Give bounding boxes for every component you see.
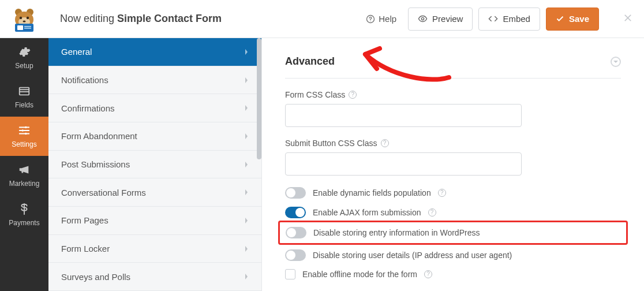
close-builder-button[interactable] bbox=[622, 12, 634, 25]
settings-item-post-submissions[interactable]: Post Submissions bbox=[48, 151, 261, 179]
rail-marketing[interactable]: Marketing bbox=[0, 156, 48, 195]
svg-point-5 bbox=[27, 16, 29, 18]
bullhorn-icon bbox=[18, 163, 31, 176]
settings-item-general[interactable]: General bbox=[48, 38, 261, 66]
toggle-dynamic-fields[interactable] bbox=[285, 187, 306, 199]
svg-rect-9 bbox=[24, 26, 31, 27]
svg-point-17 bbox=[25, 126, 27, 129]
chevron-right-icon bbox=[244, 189, 249, 196]
toggle-disable-entry-row: Disable storing entry information in Wor… bbox=[286, 227, 620, 238]
fields-icon bbox=[18, 85, 31, 98]
settings-menu: General Notifications Confirmations Form… bbox=[48, 38, 262, 291]
dollar-icon bbox=[18, 203, 31, 215]
svg-point-6 bbox=[23, 20, 26, 22]
form-css-input[interactable] bbox=[285, 104, 522, 127]
offline-mode-checkbox[interactable] bbox=[285, 269, 295, 279]
chevron-right-icon bbox=[244, 245, 249, 252]
help-tooltip-icon[interactable]: ? bbox=[438, 189, 446, 197]
chevron-right-icon bbox=[244, 273, 249, 280]
settings-scrollbar[interactable] bbox=[257, 38, 261, 159]
help-circle-icon bbox=[366, 14, 375, 24]
toggle-disable-user-row: Disable storing user details (IP address… bbox=[285, 249, 621, 261]
form-name: Simple Contact Form bbox=[117, 13, 222, 24]
editing-prefix: Now editing bbox=[60, 13, 117, 24]
toggle-ajax-row: Enable AJAX form submission ? bbox=[285, 207, 621, 218]
toggle-dynamic-fields-row: Enable dynamic fields population ? bbox=[285, 187, 621, 199]
chevron-right-icon bbox=[244, 105, 249, 111]
advanced-title: Advanced bbox=[285, 55, 335, 68]
toggle-disable-user[interactable] bbox=[285, 249, 306, 261]
chevron-right-icon bbox=[244, 77, 249, 84]
toggle-disable-entry[interactable] bbox=[286, 227, 306, 238]
svg-rect-10 bbox=[24, 28, 31, 29]
rail-setup[interactable]: Setup bbox=[0, 38, 48, 77]
rail-settings[interactable]: Settings bbox=[0, 117, 48, 156]
help-tooltip-icon[interactable]: ? bbox=[428, 208, 436, 217]
settings-panel: Advanced Form CSS Class ? Submit Button … bbox=[262, 38, 644, 291]
chevron-down-icon bbox=[613, 59, 619, 65]
code-icon bbox=[488, 14, 498, 24]
chevron-right-icon bbox=[244, 161, 249, 168]
rail-payments[interactable]: Payments bbox=[0, 195, 48, 234]
check-icon bbox=[556, 14, 564, 23]
app-logo bbox=[0, 6, 48, 32]
svg-point-19 bbox=[25, 133, 27, 135]
offline-mode-row: Enable offline mode for the form ? bbox=[285, 269, 621, 279]
submit-css-label: Submit Button CSS Class ? bbox=[285, 139, 621, 148]
svg-point-12 bbox=[370, 20, 371, 21]
settings-item-conversational[interactable]: Conversational Forms bbox=[48, 178, 261, 207]
help-tooltip-icon[interactable]: ? bbox=[424, 270, 432, 278]
svg-point-13 bbox=[421, 17, 424, 20]
sliders-icon bbox=[18, 124, 31, 137]
svg-point-4 bbox=[20, 16, 22, 18]
svg-rect-8 bbox=[17, 25, 23, 30]
help-tooltip-icon[interactable]: ? bbox=[381, 139, 389, 147]
editing-title: Now editing Simple Contact Form bbox=[60, 13, 360, 25]
annotation-highlight: Disable storing entry information in Wor… bbox=[278, 221, 628, 245]
chevron-right-icon bbox=[244, 217, 249, 224]
settings-item-confirmations[interactable]: Confirmations bbox=[48, 94, 261, 122]
left-rail: Setup Fields Settings Marketing Payments bbox=[0, 38, 48, 291]
help-link[interactable]: Help bbox=[360, 9, 402, 28]
form-css-label: Form CSS Class ? bbox=[285, 90, 621, 99]
settings-item-notifications[interactable]: Notifications bbox=[48, 66, 261, 95]
advanced-section-header[interactable]: Advanced bbox=[285, 55, 621, 79]
embed-button[interactable]: Embed bbox=[478, 8, 540, 31]
submit-css-input[interactable] bbox=[285, 152, 522, 176]
preview-button[interactable]: Preview bbox=[408, 8, 473, 31]
eye-icon bbox=[418, 14, 428, 24]
svg-point-18 bbox=[21, 129, 24, 132]
top-bar: Now editing Simple Contact Form Help Pre… bbox=[0, 0, 644, 38]
settings-item-form-locker[interactable]: Form Locker bbox=[48, 235, 261, 263]
toggle-ajax[interactable] bbox=[285, 207, 306, 218]
chevron-right-icon bbox=[244, 48, 249, 55]
gear-icon bbox=[18, 46, 31, 58]
help-tooltip-icon[interactable]: ? bbox=[349, 91, 357, 99]
settings-item-form-pages[interactable]: Form Pages bbox=[48, 207, 261, 235]
collapse-toggle[interactable] bbox=[611, 57, 621, 67]
rail-fields[interactable]: Fields bbox=[0, 77, 48, 117]
settings-item-abandonment[interactable]: Form Abandonment bbox=[48, 122, 261, 151]
chevron-right-icon bbox=[244, 133, 249, 140]
save-button[interactable]: Save bbox=[546, 8, 599, 31]
close-icon bbox=[622, 12, 634, 24]
bear-logo-icon bbox=[12, 6, 37, 32]
settings-item-surveys[interactable]: Surveys and Polls bbox=[48, 263, 261, 291]
